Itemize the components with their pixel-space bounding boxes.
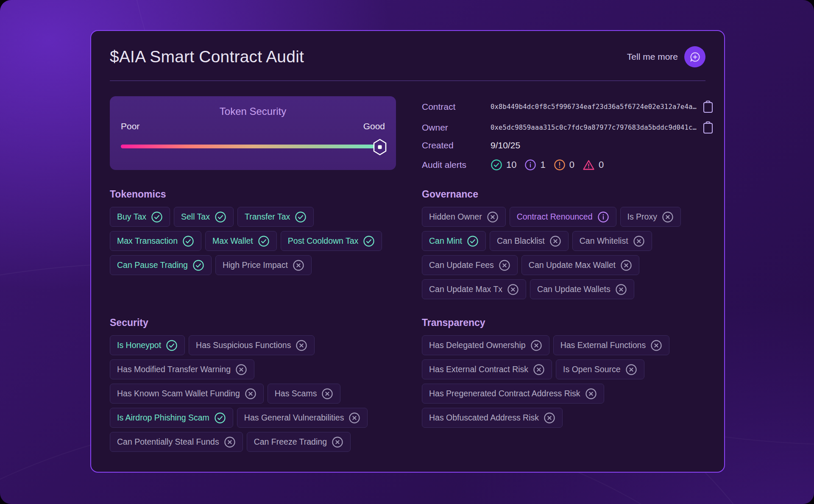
tag-has-delegated-ownership: Has Delegated Ownership xyxy=(422,335,549,355)
tag-label: Has External Functions xyxy=(560,340,646,350)
audit-alerts-list: 10100 xyxy=(491,159,604,171)
tag-label: Transfer Tax xyxy=(245,212,290,222)
tag-label: Contract Renounced xyxy=(517,212,593,222)
copy-owner-button[interactable] xyxy=(697,121,714,134)
check-icon xyxy=(215,211,226,223)
tag-label: Has Known Scam Wallet Funding xyxy=(117,389,240,398)
tag-label: Can Update Max Wallet xyxy=(529,260,616,270)
tag-label: Can Freeze Trading xyxy=(254,437,327,447)
tag-can-potentially-steal-funds: Can Potentially Steal Funds xyxy=(110,432,243,452)
contract-details: Contract 0x8b449b4dc0f8c5f996734eaf23d36… xyxy=(422,96,707,189)
alert-pass: 10 xyxy=(491,159,516,171)
security-section: SecurityIs HoneypotHas Suspicious Functi… xyxy=(110,317,396,456)
tag-high-price-impact: High Price Impact xyxy=(215,255,312,275)
tag-label: Has General Vulnerabilities xyxy=(244,413,344,423)
security-gauge-thumb xyxy=(373,139,387,156)
tag-can-update-max-wallet: Can Update Max Wallet xyxy=(521,255,639,275)
tag-label: Sell Tax xyxy=(181,212,210,222)
check-icon xyxy=(182,235,194,247)
cross-icon xyxy=(544,412,555,424)
tag-post-cooldown-tax: Post Cooldown Tax xyxy=(281,231,382,251)
info-circle-icon xyxy=(524,159,536,171)
tag-contract-renounced: Contract Renounced xyxy=(510,207,616,227)
tag-row: Has Known Scam Wallet FundingHas Scams xyxy=(110,384,396,404)
tag-max-transaction: Max Transaction xyxy=(110,231,201,251)
clipboard-icon xyxy=(702,121,714,134)
cross-icon xyxy=(620,259,632,271)
section-title-security: Security xyxy=(110,317,396,329)
tag-row: Has External Contract RiskIs Open Source xyxy=(422,359,707,379)
hexagon-marker-icon xyxy=(373,139,387,156)
tag-can-mint: Can Mint xyxy=(422,231,486,251)
clipboard-icon xyxy=(702,100,714,113)
tag-label: Can Blacklist xyxy=(497,236,545,246)
tag-can-pause-trading: Can Pause Trading xyxy=(110,255,212,275)
gauge-good-label: Good xyxy=(363,121,385,131)
tell-me-more-button[interactable]: Tell me more xyxy=(627,46,705,67)
cross-icon xyxy=(549,235,561,247)
tag-is-proxy: Is Proxy xyxy=(620,207,681,227)
tag-hidden-owner: Hidden Owner xyxy=(422,207,506,227)
check-icon xyxy=(258,235,270,247)
owner-value: 0xe5dc9859aaa315c0c7fdc9a87977c797683da5… xyxy=(491,124,697,131)
check-icon xyxy=(151,211,163,223)
audit-card: $AIA Smart Contract Audit Tell me more T… xyxy=(90,30,725,473)
warning-circle-icon xyxy=(554,159,566,171)
tag-row: Max TransactionMax WalletPost Cooldown T… xyxy=(110,231,396,251)
tag-label: Has Delegated Ownership xyxy=(429,340,526,350)
token-security-panel: Token Security Poor Good xyxy=(110,96,396,170)
tag-buy-tax: Buy Tax xyxy=(110,207,170,227)
tag-label: Has Modified Transfer Warning xyxy=(117,365,231,374)
cross-icon xyxy=(348,412,360,424)
tag-is-honeypot: Is Honeypot xyxy=(110,335,185,355)
created-label: Created xyxy=(422,140,491,150)
alert-info: 1 xyxy=(524,159,545,171)
governance-section: GovernanceHidden OwnerContract Renounced… xyxy=(422,189,707,317)
cross-icon xyxy=(295,340,307,351)
cross-icon xyxy=(235,364,247,376)
token-security-title: Token Security xyxy=(121,106,385,117)
tag-label: Can Potentially Steal Funds xyxy=(117,437,219,447)
divider xyxy=(110,81,705,81)
tag-sell-tax: Sell Tax xyxy=(174,207,234,227)
tag-has-general-vulnerabilities: Has General Vulnerabilities xyxy=(237,408,368,428)
tag-can-freeze-trading: Can Freeze Trading xyxy=(247,432,351,452)
cross-icon xyxy=(662,211,674,223)
tag-label: Can Update Fees xyxy=(429,260,494,270)
tag-has-external-functions: Has External Functions xyxy=(553,335,670,355)
tag-row: Is HoneypotHas Suspicious Functions xyxy=(110,335,396,355)
tag-label: Max Transaction xyxy=(117,236,178,246)
tag-can-whitelist: Can Whitelist xyxy=(572,231,652,251)
tag-has-pregenerated-contract-address-risk: Has Pregenerated Contract Address Risk xyxy=(422,384,604,404)
cross-icon xyxy=(224,436,236,448)
page-title: $AIA Smart Contract Audit xyxy=(110,47,304,66)
tag-has-known-scam-wallet-funding: Has Known Scam Wallet Funding xyxy=(110,384,264,404)
contract-value: 0x8b449b4dc0f8c5f996734eaf23d36a5f6724e0… xyxy=(491,103,697,111)
tell-me-more-label: Tell me more xyxy=(627,52,678,62)
tag-label: Is Honeypot xyxy=(117,340,161,350)
tag-row: Can Update FeesCan Update Max Wallet xyxy=(422,255,707,275)
cross-icon xyxy=(533,364,545,376)
tag-max-wallet: Max Wallet xyxy=(205,231,277,251)
tag-label: Hidden Owner xyxy=(429,212,482,222)
tag-can-update-fees: Can Update Fees xyxy=(422,255,518,275)
tag-has-scams: Has Scams xyxy=(268,384,341,404)
cross-icon xyxy=(615,284,627,295)
check-icon xyxy=(166,340,178,351)
transparency-section: TransparencyHas Delegated OwnershipHas E… xyxy=(422,317,707,456)
copy-contract-button[interactable] xyxy=(697,100,714,113)
alert-critical: 0 xyxy=(583,159,604,171)
tag-label: Has External Contract Risk xyxy=(429,365,528,374)
tag-row: Can Pause TradingHigh Price Impact xyxy=(110,255,396,275)
created-value: 9/10/25 xyxy=(491,140,707,150)
tag-row: Can Update Max TxCan Update Wallets xyxy=(422,279,707,299)
cross-icon xyxy=(633,235,645,247)
tag-label: Can Update Max Tx xyxy=(429,284,502,294)
tag-row: Has Pregenerated Contract Address Risk xyxy=(422,384,707,404)
cross-icon xyxy=(625,364,637,376)
check-icon xyxy=(295,211,307,223)
cross-icon xyxy=(245,388,256,400)
tag-row: Has Delegated OwnershipHas External Func… xyxy=(422,335,707,355)
tag-label: Has Pregenerated Contract Address Risk xyxy=(429,389,580,398)
owner-row: Owner 0xe5dc9859aaa315c0c7fdc9a87977c797… xyxy=(422,118,707,137)
